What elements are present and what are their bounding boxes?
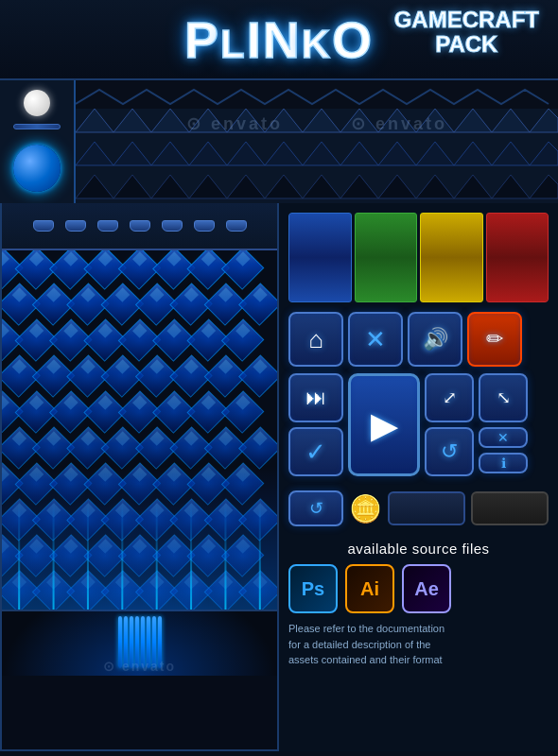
input-row: ↺ 🪙: [288, 490, 549, 526]
info-button[interactable]: ℹ: [479, 453, 528, 473]
slot-divider: [124, 616, 128, 668]
diamond-canvas: [2, 250, 277, 610]
shelf-peg: [65, 220, 86, 232]
home-button[interactable]: ⌂: [288, 312, 343, 367]
plinko-shelf: [2, 203, 277, 250]
shelf-peg: [226, 220, 247, 232]
zigzag-section: ⊙ envato ⊙ envato: [76, 80, 558, 203]
ball-launcher: [0, 80, 76, 203]
source-files-section: available source files Ps Ai Ae Please r…: [288, 536, 549, 673]
main-section: ⊙ envato ⌂ ✕ 🔊 ✏ ⏭ ✓ ▶: [0, 203, 558, 751]
top-section: ⊙ envato ⊙ envato: [0, 80, 558, 203]
reload-button[interactable]: ↺: [425, 427, 474, 476]
source-description: Please refer to the documentation for a …: [288, 621, 549, 668]
source-files-title: available source files: [288, 541, 549, 557]
white-ball: [24, 90, 50, 116]
expand2-button[interactable]: ⤡: [479, 373, 528, 422]
forward-button[interactable]: ⏭: [288, 373, 343, 422]
secondary-input[interactable]: [471, 491, 549, 525]
slot-divider: [118, 616, 122, 668]
shelf-peg: [162, 220, 183, 232]
header: PLinkO GAMECRAFT PACK: [0, 0, 558, 80]
after-effects-icon: Ae: [402, 564, 451, 613]
color-bar-blue: [288, 213, 352, 302]
shelf-peg: [194, 220, 215, 232]
sound-button[interactable]: 🔊: [408, 312, 462, 367]
shelf-peg: [33, 220, 54, 232]
source-icons: Ps Ai Ae: [288, 564, 549, 613]
close-button[interactable]: ✕: [348, 312, 403, 367]
slot-divider: [130, 616, 133, 668]
check-button[interactable]: ✓: [288, 427, 343, 476]
color-bar-yellow: [420, 213, 483, 302]
color-bar-green: [355, 213, 418, 302]
pencil-button[interactable]: ✏: [467, 312, 522, 367]
launcher-bar: [13, 124, 61, 129]
slot-divider: [147, 616, 150, 668]
blue-ball: [13, 145, 61, 192]
expand1-button[interactable]: ⤢: [425, 373, 474, 422]
right-panel: ⌂ ✕ 🔊 ✏ ⏭ ✓ ▶ ⤢ ⤡ ↺ ✕: [279, 203, 558, 751]
color-bars: [288, 213, 549, 302]
reload2-button[interactable]: ↺: [288, 490, 343, 526]
plinko-board: ⊙ envato: [0, 203, 279, 751]
bottom-slots: [2, 610, 277, 676]
shelf-peg: [130, 220, 150, 232]
coin-icon: 🪙: [349, 493, 382, 524]
close2-button[interactable]: ✕: [479, 427, 528, 448]
slot-divider: [152, 616, 156, 668]
illustrator-icon: Ai: [345, 564, 394, 613]
play-button[interactable]: ▶: [348, 373, 420, 476]
shelf-peg: [97, 220, 118, 232]
slot-divider: [141, 616, 145, 668]
value-input[interactable]: [388, 491, 465, 525]
game-title: PLinkO: [184, 10, 374, 69]
color-bar-red: [486, 213, 549, 302]
diamond-grid: [2, 250, 277, 610]
photoshop-icon: Ps: [288, 564, 338, 613]
subtitle: GAMECRAFT PACK: [394, 8, 539, 58]
slot-divider: [158, 616, 162, 668]
slot-divider: [135, 616, 139, 668]
